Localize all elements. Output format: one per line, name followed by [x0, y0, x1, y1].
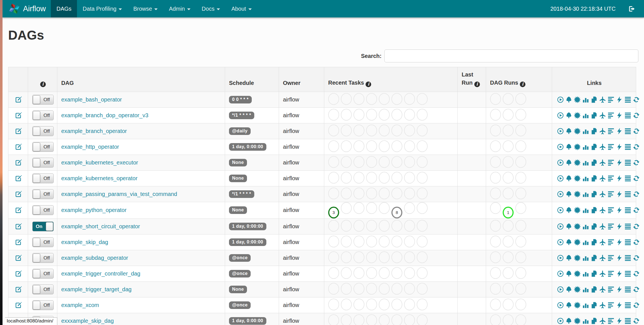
trigger-dag-button[interactable]	[557, 254, 564, 261]
trigger-dag-button[interactable]	[557, 239, 564, 246]
edit-dag-button[interactable]	[15, 207, 22, 214]
edit-dag-button[interactable]	[15, 270, 22, 277]
trigger-dag-button[interactable]	[557, 286, 564, 293]
logs-button[interactable]	[624, 112, 631, 119]
edit-dag-button[interactable]	[15, 112, 22, 119]
trigger-dag-button[interactable]	[557, 128, 564, 135]
task-tries-button[interactable]	[591, 207, 598, 214]
edit-dag-button[interactable]	[15, 191, 22, 198]
dag-link[interactable]: example_bash_operator	[61, 96, 122, 103]
code-view-button[interactable]	[616, 207, 623, 214]
task-duration-button[interactable]	[582, 175, 589, 182]
tree-view-button[interactable]	[565, 270, 572, 277]
refresh-button[interactable]	[633, 239, 640, 246]
task-tries-button[interactable]	[591, 254, 598, 261]
trigger-dag-button[interactable]	[557, 159, 564, 166]
dag-link[interactable]: example_kubernetes_operator	[61, 175, 137, 181]
gantt-view-button[interactable]	[607, 96, 614, 103]
tree-view-button[interactable]	[565, 159, 572, 166]
logs-button[interactable]	[624, 239, 631, 246]
task-tries-button[interactable]	[591, 159, 598, 166]
task-duration-button[interactable]	[582, 302, 589, 309]
landing-times-button[interactable]	[599, 302, 606, 309]
task-duration-button[interactable]	[582, 317, 589, 324]
task-duration-button[interactable]	[582, 143, 589, 150]
dag-link[interactable]: example_passing_params_via_test_command	[61, 191, 177, 197]
task-duration-button[interactable]	[582, 96, 589, 103]
recent-task-circle-count[interactable]: 8	[391, 207, 402, 218]
task-duration-button[interactable]	[582, 191, 589, 198]
dag-link[interactable]: example_trigger_target_dag	[61, 286, 131, 292]
landing-times-button[interactable]	[599, 175, 606, 182]
landing-times-button[interactable]	[599, 159, 606, 166]
refresh-button[interactable]	[633, 159, 640, 166]
graph-view-button[interactable]	[574, 143, 581, 150]
refresh-button[interactable]	[633, 175, 640, 182]
refresh-button[interactable]	[633, 143, 640, 150]
dag-pause-toggle[interactable]: Off	[32, 158, 54, 168]
refresh-button[interactable]	[633, 302, 640, 309]
gantt-view-button[interactable]	[607, 239, 614, 246]
logs-button[interactable]	[624, 143, 631, 150]
dag-link[interactable]: example_skip_dag	[61, 239, 108, 245]
task-duration-button[interactable]	[582, 286, 589, 293]
landing-times-button[interactable]	[599, 143, 606, 150]
gantt-view-button[interactable]	[607, 128, 614, 135]
dag-pause-toggle[interactable]: Off	[32, 95, 54, 105]
task-duration-button[interactable]	[582, 254, 589, 261]
task-tries-button[interactable]	[591, 96, 598, 103]
dag-link[interactable]: example_python_operator	[61, 207, 126, 213]
gantt-view-button[interactable]	[607, 270, 614, 277]
edit-dag-button[interactable]	[15, 239, 22, 246]
refresh-button[interactable]	[633, 112, 640, 119]
task-tries-button[interactable]	[591, 112, 598, 119]
graph-view-button[interactable]	[574, 159, 581, 166]
logs-button[interactable]	[624, 286, 631, 293]
edit-dag-button[interactable]	[15, 96, 22, 103]
nav-item-browse[interactable]: Browse	[128, 0, 163, 17]
trigger-dag-button[interactable]	[557, 143, 564, 150]
edit-dag-button[interactable]	[15, 223, 22, 230]
trigger-dag-button[interactable]	[557, 302, 564, 309]
nav-item-about[interactable]: About	[226, 0, 257, 17]
code-view-button[interactable]	[616, 175, 623, 182]
task-tries-button[interactable]	[591, 143, 598, 150]
logs-button[interactable]	[624, 254, 631, 261]
gantt-view-button[interactable]	[607, 143, 614, 150]
tree-view-button[interactable]	[565, 207, 572, 214]
code-view-button[interactable]	[616, 286, 623, 293]
landing-times-button[interactable]	[599, 223, 606, 230]
refresh-button[interactable]	[633, 317, 640, 324]
logs-button[interactable]	[624, 223, 631, 230]
task-duration-button[interactable]	[582, 128, 589, 135]
task-tries-button[interactable]	[591, 191, 598, 198]
gantt-view-button[interactable]	[607, 254, 614, 261]
graph-view-button[interactable]	[574, 254, 581, 261]
graph-view-button[interactable]	[574, 191, 581, 198]
dag-link[interactable]: example_kubernetes_executor	[61, 159, 138, 166]
graph-view-button[interactable]	[574, 286, 581, 293]
task-duration-button[interactable]	[582, 159, 589, 166]
graph-view-button[interactable]	[574, 302, 581, 309]
landing-times-button[interactable]	[599, 317, 606, 324]
code-view-button[interactable]	[616, 143, 623, 150]
logs-button[interactable]	[624, 270, 631, 277]
task-tries-button[interactable]	[591, 270, 598, 277]
graph-view-button[interactable]	[574, 270, 581, 277]
gantt-view-button[interactable]	[607, 112, 614, 119]
dag-pause-toggle[interactable]: Off	[32, 142, 54, 152]
tree-view-button[interactable]	[565, 175, 572, 182]
code-view-button[interactable]	[616, 191, 623, 198]
gantt-view-button[interactable]	[607, 207, 614, 214]
tree-view-button[interactable]	[565, 286, 572, 293]
graph-view-button[interactable]	[574, 96, 581, 103]
dag-link[interactable]: exxxample_skip_dag	[61, 318, 114, 324]
edit-dag-button[interactable]	[15, 254, 22, 261]
refresh-button[interactable]	[633, 223, 640, 230]
landing-times-button[interactable]	[599, 207, 606, 214]
task-tries-button[interactable]	[591, 239, 598, 246]
dag-pause-toggle[interactable]: Off	[32, 237, 54, 247]
task-duration-button[interactable]	[582, 112, 589, 119]
landing-times-button[interactable]	[599, 254, 606, 261]
refresh-button[interactable]	[633, 191, 640, 198]
